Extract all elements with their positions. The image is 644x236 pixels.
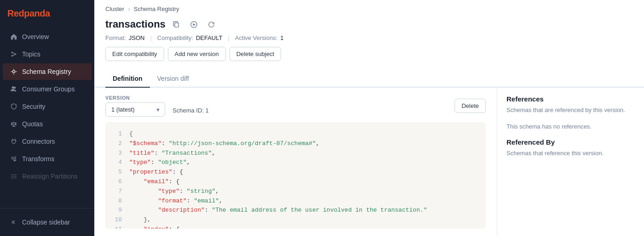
meta-row: Format: JSON | Compatibility: DEFAULT | … — [105, 34, 633, 41]
users-icon — [10, 85, 17, 93]
referenced-by-title: Referenced By — [506, 138, 635, 146]
version-select-wrapper: VERSION 1 (latest) ▼ — [105, 95, 165, 117]
schema-panel: VERSION 1 (latest) ▼ Schema ID: 1 Delete — [94, 88, 497, 236]
breadcrumb: Cluster › Schema Registry — [94, 0, 644, 16]
compatibility-value: DEFAULT — [196, 34, 223, 41]
sidebar-footer: Collapse sidebar — [0, 208, 94, 236]
version-select-container: 1 (latest) ▼ — [105, 102, 165, 117]
sidebar-item-label: Overview — [22, 33, 49, 40]
code-line: 10 }, — [113, 215, 478, 225]
sidebar-item-label: Schema Registry — [22, 68, 71, 75]
no-references-text: This schema has no references. — [506, 122, 635, 131]
schema-id-label: Schema ID: — [172, 107, 204, 114]
sidebar-item-quotas[interactable]: Quotas — [3, 116, 92, 132]
code-line: 9 "description": "The email address of t… — [113, 206, 478, 215]
code-line: 4 "type": "object", — [113, 158, 478, 168]
copy-button[interactable] — [170, 18, 183, 31]
plug-icon — [10, 138, 17, 145]
shield-icon — [10, 103, 17, 110]
breadcrumb-separator: › — [128, 6, 130, 12]
scale-icon — [10, 120, 17, 128]
play-button[interactable] — [188, 18, 201, 31]
sidebar-item-label: Security — [22, 103, 46, 110]
page-header: transactions Format: — [94, 16, 644, 70]
sidebar-item-security[interactable]: Security — [3, 98, 92, 115]
home-icon — [10, 33, 17, 40]
code-line: 6 "email": { — [113, 177, 478, 187]
delete-schema-button[interactable]: Delete — [454, 99, 486, 113]
svg-marker-8 — [193, 23, 196, 26]
sidebar-item-label: Transforms — [22, 155, 54, 163]
svg-line-3 — [13, 53, 15, 54]
action-row: Edit compatibility Add new version Delet… — [105, 45, 633, 65]
add-new-version-button[interactable]: Add new version — [168, 47, 226, 61]
schema-id: Schema ID: 1 — [172, 107, 209, 114]
edit-compatibility-button[interactable]: Edit compatibility — [105, 47, 164, 61]
references-description: Schemas that are referenced by this vers… — [506, 106, 635, 115]
collapse-label: Collapse sidebar — [22, 219, 70, 226]
sidebar-item-topics[interactable]: Topics — [3, 46, 92, 62]
svg-line-4 — [13, 55, 15, 56]
refresh-button[interactable] — [205, 18, 218, 31]
sidebar-item-transforms[interactable]: Transforms — [3, 151, 92, 167]
sidebar-item-label: Consumer Groups — [22, 85, 75, 93]
code-line: 1 { — [113, 129, 478, 139]
main-content: Cluster › Schema Registry transactions — [94, 0, 644, 236]
sidebar-nav: Overview Topics Schema Registry — [0, 26, 94, 208]
code-line: 5 "properties": { — [113, 168, 478, 177]
version-row: VERSION 1 (latest) ▼ Schema ID: 1 Delete — [105, 95, 486, 117]
references-panel: References Schemas that are referenced b… — [497, 88, 644, 236]
tabs-bar: Definition Version diff — [94, 70, 644, 88]
code-line: 3 "title": "Transactions", — [113, 149, 478, 158]
sidebar-item-consumer-groups[interactable]: Consumer Groups — [3, 81, 92, 97]
breadcrumb-current: Schema Registry — [134, 6, 179, 12]
sidebar-item-label: Quotas — [22, 120, 43, 128]
content-area: VERSION 1 (latest) ▼ Schema ID: 1 Delete — [94, 88, 644, 236]
format-label: Format: — [105, 34, 126, 41]
code-block: 1 { 2 "$schema": "http://json-schema.org… — [105, 122, 486, 229]
tab-definition[interactable]: Definition — [105, 70, 150, 88]
active-versions-label: Active Versions: — [235, 34, 278, 41]
sidebar-item-schema-registry[interactable]: Schema Registry — [3, 63, 92, 80]
referenced-by-text: Schemas that reference this version. — [506, 149, 635, 158]
sidebar-item-label: Topics — [22, 51, 40, 58]
code-line: 2 "$schema": "http://json-schema.org/dra… — [113, 139, 478, 149]
references-title: References — [506, 95, 635, 103]
svg-point-0 — [12, 52, 13, 54]
svg-point-2 — [15, 53, 17, 55]
delete-subject-button[interactable]: Delete subject — [230, 47, 281, 61]
active-versions-value: 1 — [280, 34, 283, 41]
sidebar-item-label: Reassign Partitions — [22, 173, 78, 180]
svg-point-1 — [12, 55, 13, 57]
sidebar: Redpanda Overview Topics — [0, 0, 94, 236]
logo: Redpanda — [0, 0, 94, 26]
code-line: 7 "type": "string", — [113, 187, 478, 197]
version-select[interactable]: 1 (latest) — [105, 102, 165, 117]
code-line: 11 "index": { — [113, 225, 478, 229]
title-row: transactions — [105, 18, 633, 31]
collapse-sidebar-button[interactable]: Collapse sidebar — [3, 214, 92, 230]
breadcrumb-cluster[interactable]: Cluster — [105, 6, 124, 12]
tab-version-diff[interactable]: Version diff — [150, 70, 196, 88]
svg-point-5 — [12, 70, 15, 73]
version-label: VERSION — [105, 95, 165, 101]
code-line: 8 "format": "email", — [113, 197, 478, 206]
sidebar-item-overview[interactable]: Overview — [3, 28, 92, 45]
page-title: transactions — [105, 18, 166, 30]
format-value: JSON — [129, 34, 145, 41]
chevron-left-icon — [10, 219, 17, 226]
compatibility-label: Compatibility: — [157, 34, 193, 41]
schema-icon — [10, 68, 17, 75]
sidebar-item-connectors[interactable]: Connectors — [3, 133, 92, 150]
sidebar-item-reassign-partitions[interactable]: Reassign Partitions — [3, 168, 92, 185]
logo-text: Redpanda — [7, 8, 50, 19]
topics-icon — [10, 51, 17, 58]
schema-id-value: 1 — [206, 107, 209, 114]
sidebar-item-label: Connectors — [22, 138, 55, 145]
reassign-icon — [10, 173, 17, 180]
svg-rect-6 — [175, 22, 178, 27]
transform-icon — [10, 155, 17, 163]
